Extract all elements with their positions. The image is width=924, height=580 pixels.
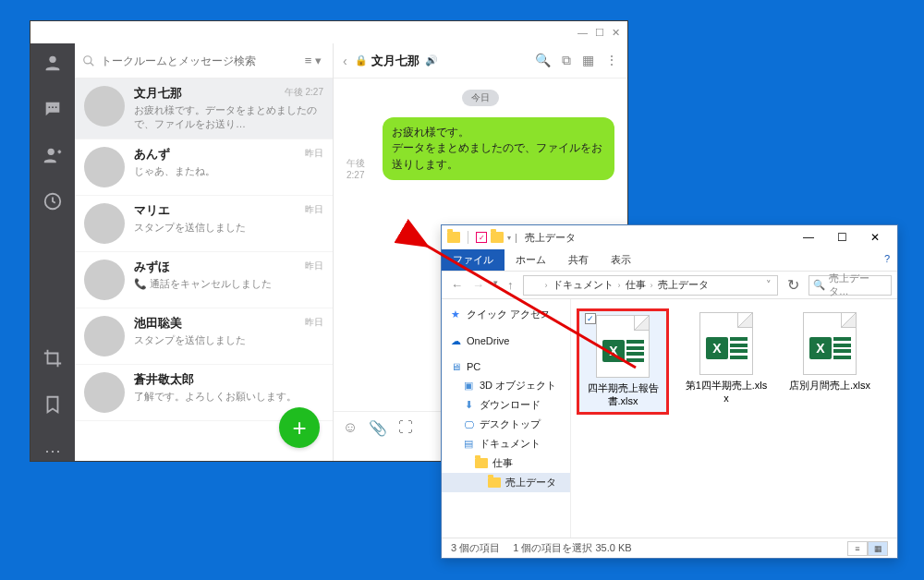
maximize-button[interactable]: ☐ — [825, 226, 858, 248]
explorer-search[interactable]: 🔍 売上データ… — [808, 275, 892, 296]
tree-desktop[interactable]: 🖵デスクトップ — [442, 415, 570, 434]
message-row: 午後 2:27 お疲れ様です。 データをまとめましたので、ファイルをお送りします… — [346, 117, 614, 180]
search-input[interactable] — [101, 54, 296, 67]
search-placeholder: 売上データ… — [829, 272, 887, 298]
clock-icon[interactable] — [43, 191, 63, 211]
notes-icon[interactable]: ⧉ — [562, 53, 571, 68]
friend-item[interactable]: マリエ スタンプを送信しました 昨日 — [75, 196, 333, 252]
tree-downloads[interactable]: ⬇ダウンロード — [442, 395, 570, 415]
bookmark-icon[interactable] — [43, 394, 63, 415]
breadcrumb-item[interactable]: 売上データ — [658, 278, 709, 292]
more-icon[interactable]: ⋯ — [43, 441, 63, 461]
add-friend-icon[interactable] — [43, 145, 63, 165]
tree-onedrive[interactable]: ☁OneDrive — [442, 332, 570, 350]
svg-point-6 — [84, 55, 91, 63]
friend-name: あんず — [134, 147, 323, 163]
ribbon-view-tab[interactable]: 表示 — [600, 249, 642, 271]
emoji-icon[interactable]: ☺ — [343, 419, 358, 436]
ribbon-home-tab[interactable]: ホーム — [505, 249, 557, 271]
search-icon[interactable]: 🔍 — [535, 53, 551, 68]
chat-name: 文月七那 — [371, 53, 419, 69]
chat-header: ‹ 🔒 文月七那 🔊 🔍 ⧉ ▦ ⋮ — [334, 43, 627, 79]
svg-point-1 — [48, 106, 50, 108]
refresh-icon[interactable]: ↻ — [784, 276, 803, 294]
nav-forward-icon[interactable]: → — [468, 276, 488, 294]
file-checkbox[interactable]: ✓ — [585, 313, 596, 324]
back-icon[interactable]: ‹ — [343, 54, 347, 68]
qat-checkbox-icon[interactable]: ✓ — [476, 232, 487, 243]
line-titlebar: — ☐ ✕ — [30, 21, 627, 43]
view-details-button[interactable]: ≡ — [847, 541, 868, 556]
call-icon[interactable]: ▦ — [582, 53, 594, 68]
minimize-button[interactable]: — — [578, 27, 588, 38]
ribbon-file-tab[interactable]: ファイル — [442, 249, 505, 271]
minimize-button[interactable]: — — [792, 226, 825, 248]
tree-sales[interactable]: 売上データ — [442, 473, 570, 492]
avatar — [84, 86, 125, 127]
friend-name: みずほ — [134, 260, 323, 275]
view-icons-button[interactable]: ▦ — [868, 541, 888, 556]
file-list: ✓ X 四半期売上報告書.xlsx X 第1四半期売上.xlsx X 店別月間売… — [571, 299, 897, 538]
tree-quick-access[interactable]: ★クイック アクセス — [442, 305, 570, 324]
explorer-titlebar: ✓ ▾ | 売上データ — ☐ ✕ — [442, 225, 897, 249]
chat-icon[interactable] — [43, 99, 63, 119]
friend-name: 池田聡美 — [134, 316, 323, 332]
lock-icon: 🔒 — [355, 54, 368, 66]
close-button[interactable]: ✕ — [612, 27, 620, 39]
attach-icon[interactable]: 📎 — [369, 419, 387, 437]
friend-time: 昨日 — [305, 147, 323, 160]
folder-icon — [491, 232, 504, 243]
friend-item[interactable]: あんず じゃあ、またね。 昨日 — [75, 139, 333, 196]
address-bar: ← → ▾ ↑ › ドキュメント › 仕事 › 売上データ ˅ ↻ 🔍 売上デー… — [442, 272, 897, 299]
ribbon-share-tab[interactable]: 共有 — [557, 249, 600, 271]
window-title: 売上データ — [525, 231, 576, 245]
friend-preview: お疲れ様です。データをまとめましたので、ファイルをお送り… — [134, 103, 323, 131]
status-selection: 1 個の項目を選択 35.0 KB — [513, 541, 631, 555]
status-bar: 3 個の項目 1 個の項目を選択 35.0 KB ≡ ▦ — [442, 538, 897, 558]
file-item[interactable]: X 店別月間売上.xlsx — [784, 308, 876, 395]
filter-menu-icon[interactable]: ≡ ▾ — [301, 54, 325, 67]
search-row: ≡ ▾ — [75, 43, 333, 79]
tree-pc[interactable]: 🖥PC — [442, 357, 570, 376]
line-sidebar: ⋯ — [30, 43, 75, 461]
folder-icon — [447, 232, 460, 243]
breadcrumb-item[interactable]: ドキュメント — [553, 278, 614, 292]
crop-icon[interactable] — [43, 348, 63, 369]
maximize-button[interactable]: ☐ — [595, 27, 604, 39]
friend-preview: スタンプを送信しました — [134, 333, 323, 347]
breadcrumb[interactable]: › ドキュメント › 仕事 › 売上データ ˅ — [523, 275, 779, 296]
friend-item[interactable]: 文月七那 お疲れ様です。データをまとめましたので、ファイルをお送り… 午後 2:… — [75, 79, 333, 139]
nav-recent-icon[interactable]: ▾ — [490, 276, 502, 294]
avatar — [84, 203, 125, 244]
folder-icon — [529, 281, 541, 290]
avatar — [84, 372, 125, 413]
file-item[interactable]: X 第1四半期売上.xlsx — [680, 308, 772, 409]
volume-icon[interactable]: 🔊 — [425, 54, 438, 66]
tree-work[interactable]: 仕事 — [442, 453, 570, 473]
friend-item[interactable]: みずほ 📞 通話をキャンセルしました 昨日 — [75, 252, 333, 308]
excel-icon: X — [596, 315, 650, 378]
excel-icon: X — [699, 312, 753, 375]
qat-dropdown-icon[interactable]: ▾ — [507, 234, 511, 242]
new-chat-button[interactable]: + — [279, 407, 320, 448]
person-icon[interactable] — [43, 53, 63, 73]
tree-documents[interactable]: ▤ドキュメント — [442, 434, 570, 453]
status-count: 3 個の項目 — [451, 541, 500, 555]
explorer-window: ✓ ▾ | 売上データ — ☐ ✕ ファイル ホーム 共有 表示 ? ← → ▾… — [441, 224, 898, 559]
close-button[interactable]: ✕ — [858, 226, 892, 248]
friend-item[interactable]: 池田聡美 スタンプを送信しました 昨日 — [75, 308, 333, 365]
tree-3d-objects[interactable]: ▣3D オブジェクト — [442, 376, 570, 395]
nav-up-icon[interactable]: ↑ — [504, 276, 517, 294]
more-icon[interactable]: ⋮ — [605, 53, 618, 68]
file-item[interactable]: ✓ X 四半期売上報告書.xlsx — [577, 308, 669, 415]
chat-date: 今日 — [462, 90, 499, 106]
help-icon[interactable]: ? — [877, 249, 897, 271]
avatar — [84, 316, 125, 356]
friend-name: マリエ — [134, 203, 323, 219]
message-bubble: お疲れ様です。 データをまとめましたので、ファイルをお送りします。 — [383, 117, 614, 180]
file-name: 店別月間売上.xlsx — [787, 379, 872, 392]
capture-icon[interactable]: ⛶ — [398, 419, 413, 436]
breadcrumb-item[interactable]: 仕事 — [626, 278, 646, 292]
nav-back-icon[interactable]: ← — [447, 276, 467, 294]
breadcrumb-dropdown-icon[interactable]: ˅ — [766, 279, 772, 291]
